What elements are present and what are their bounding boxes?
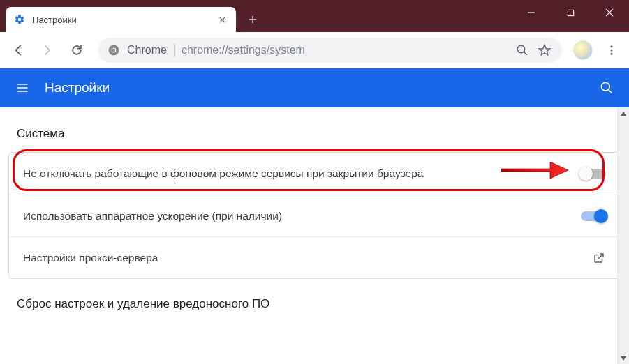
omnibox-divider <box>174 43 175 57</box>
url-text: chrome://settings/system <box>182 44 305 56</box>
maximize-button[interactable] <box>551 0 590 25</box>
setting-row-hardware-accel[interactable]: Использовать аппаратное ускорение (при н… <box>9 195 620 236</box>
setting-row-background-apps[interactable]: Не отключать работающие в фоновом режиме… <box>9 153 620 195</box>
back-button[interactable] <box>4 36 32 64</box>
profile-avatar[interactable] <box>573 40 593 60</box>
vertical-scrollbar[interactable] <box>617 107 629 364</box>
svg-point-8 <box>602 83 610 91</box>
address-bar[interactable]: Chrome chrome://settings/system <box>98 38 562 63</box>
reload-button[interactable] <box>63 36 91 64</box>
search-button[interactable] <box>598 79 615 96</box>
new-tab-button[interactable] <box>243 10 262 29</box>
toggle-background-apps[interactable] <box>581 169 606 179</box>
star-icon[interactable] <box>537 37 552 63</box>
forward-button[interactable] <box>34 36 61 64</box>
setting-label: Настройки прокси-сервера <box>23 252 592 264</box>
zoom-icon[interactable] <box>515 37 530 63</box>
hamburger-menu-button[interactable] <box>14 79 31 96</box>
section-system-title: Система <box>8 124 621 152</box>
window-titlebar: Настройки <box>0 0 629 32</box>
site-label: Chrome <box>127 44 167 56</box>
scroll-up-icon[interactable] <box>618 107 629 119</box>
svg-point-6 <box>611 49 613 51</box>
svg-point-4 <box>517 45 525 53</box>
browser-tab-active[interactable]: Настройки <box>6 7 236 32</box>
svg-point-7 <box>611 52 613 54</box>
minimize-button[interactable] <box>512 0 551 25</box>
setting-label: Использовать аппаратное ускорение (при н… <box>23 210 581 222</box>
setting-row-proxy[interactable]: Настройки прокси-сервера <box>9 236 620 278</box>
svg-point-3 <box>112 48 116 52</box>
close-icon[interactable] <box>216 14 228 25</box>
tab-title: Настройки <box>32 15 216 25</box>
window-controls <box>512 0 629 32</box>
section-reset-title: Сброс настроек и удаление вредоносного П… <box>8 294 621 322</box>
menu-button[interactable] <box>598 37 625 63</box>
svg-point-5 <box>611 45 613 47</box>
svg-rect-0 <box>568 10 573 15</box>
system-card: Не отключать работающие в фоновом режиме… <box>8 152 621 279</box>
settings-header: Настройки <box>0 68 629 107</box>
browser-toolbar: Chrome chrome://settings/system <box>0 32 629 68</box>
page-title: Настройки <box>45 80 110 96</box>
tab-strip: Настройки <box>0 0 262 32</box>
scroll-down-icon[interactable] <box>618 352 629 364</box>
content-area: Система Не отключать работающие в фоново… <box>0 107 629 364</box>
setting-label: Не отключать работающие в фоновом режиме… <box>23 167 581 180</box>
chrome-icon <box>108 44 120 56</box>
toggle-hardware-accel[interactable] <box>581 211 606 221</box>
gear-icon <box>14 14 25 25</box>
external-link-icon <box>592 251 606 265</box>
window-close-button[interactable] <box>590 0 629 25</box>
